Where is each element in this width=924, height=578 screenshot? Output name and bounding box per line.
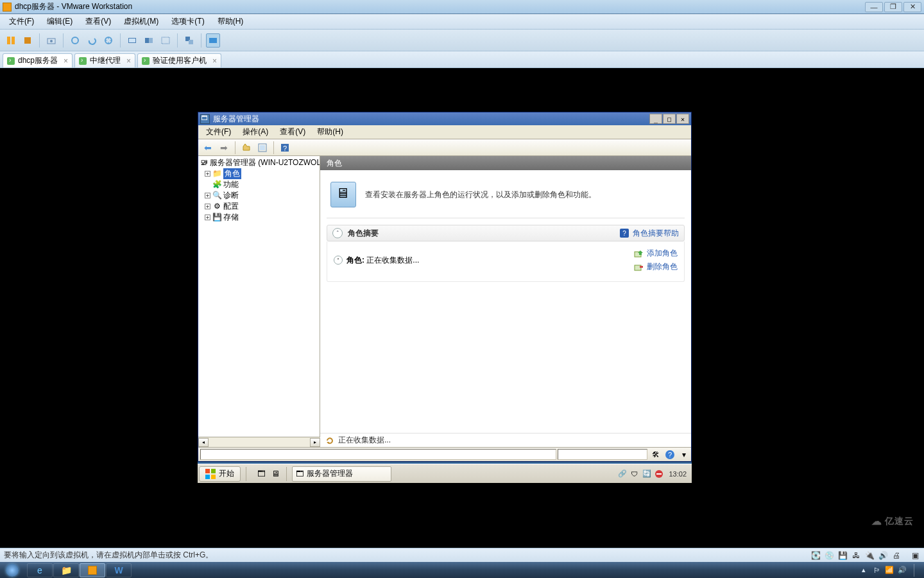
device-hdd-icon[interactable]: 💽 <box>810 550 821 561</box>
nav-back-button[interactable]: ⬅ <box>201 141 215 154</box>
quick-switch-icon[interactable] <box>206 33 220 48</box>
sm-tree[interactable]: 🖳 服务器管理器 (WIN-U2TOZWOL1H + 📁 角色 🧩 功能 <box>198 156 320 437</box>
close-button[interactable]: ✕ <box>903 2 921 12</box>
tree-features[interactable]: 🧩 功能 <box>200 179 318 190</box>
close-icon[interactable]: × <box>212 57 217 66</box>
device-network-icon[interactable]: 🖧 <box>851 550 861 561</box>
pinned-ie[interactable]: e <box>27 563 53 577</box>
snapshot-manager-icon[interactable] <box>101 33 116 48</box>
tray-update-icon[interactable]: 🔄 <box>642 469 651 478</box>
sm-menu-view[interactable]: 查看(V) <box>275 125 311 139</box>
tree-horizontal-scrollbar[interactable]: ◂ ▸ <box>198 437 320 447</box>
guest-tray: 🔗 🛡 🔄 13:02 <box>617 469 690 478</box>
vm-display-area[interactable]: 服务器管理器 _ □ ✕ 文件(F) 操作(A) 查看(V) 帮助(H) ⬅ ➡ <box>0 68 924 548</box>
device-printer-icon[interactable]: 🖨 <box>891 550 902 561</box>
vm-tab-relay[interactable]: 中继代理 × <box>74 53 135 67</box>
snapshot-take-icon[interactable] <box>68 33 82 48</box>
tree-root[interactable]: 🖳 服务器管理器 (WIN-U2TOZWOL1H <box>200 157 318 168</box>
svg-text:?: ? <box>668 451 672 459</box>
sm-close-button[interactable]: ✕ <box>676 114 689 124</box>
fullscreen-icon[interactable] <box>125 33 139 48</box>
menu-edit[interactable]: 编辑(E) <box>42 14 78 29</box>
pinned-word[interactable]: W <box>106 563 132 577</box>
help-icon: ? <box>620 229 629 238</box>
power-off-icon[interactable] <box>21 33 35 48</box>
tray-security-icon[interactable]: 🛡 <box>629 469 639 478</box>
tray-network-icon[interactable]: 📶 <box>884 565 894 575</box>
tray-action-center-icon[interactable]: 🏳 <box>871 565 882 575</box>
nav-forward-button[interactable]: ➡ <box>217 141 231 154</box>
show-desktop-icon[interactable]: 🗔 <box>255 468 267 480</box>
server-role-icon <box>330 182 356 207</box>
tree-roles[interactable]: + 📁 角色 <box>200 168 318 179</box>
power-on-icon[interactable] <box>4 33 18 48</box>
device-message-icon[interactable]: ▣ <box>910 550 920 561</box>
menu-help[interactable]: 帮助(H) <box>212 14 249 29</box>
help-button[interactable]: ? <box>278 141 292 154</box>
device-floppy-icon[interactable]: 💾 <box>837 550 848 561</box>
tray-volume-icon[interactable]: 🔊 <box>897 565 907 575</box>
library-icon[interactable] <box>182 33 196 48</box>
pinned-explorer[interactable]: 📁 <box>53 563 79 577</box>
svg-point-5 <box>72 37 78 44</box>
console-view-icon[interactable] <box>158 33 173 48</box>
sm-menu-help[interactable]: 帮助(H) <box>312 125 348 139</box>
minimize-button[interactable]: — <box>865 2 883 12</box>
pinned-vmware[interactable] <box>80 563 105 577</box>
snapshot-revert-icon[interactable] <box>85 33 99 48</box>
status-config-icon[interactable]: 🛠 <box>650 449 662 460</box>
show-desktop-button[interactable] <box>914 564 919 577</box>
tree-storage[interactable]: + 💾 存储 <box>200 212 318 223</box>
guest-clock[interactable]: 13:02 <box>669 470 687 478</box>
expand-icon[interactable]: + <box>205 204 210 209</box>
remove-role-link[interactable]: 删除角色 <box>634 261 678 272</box>
snapshot-icon[interactable] <box>44 33 58 48</box>
expand-icon[interactable]: + <box>205 215 210 220</box>
sm-maximize-button[interactable]: □ <box>663 114 676 124</box>
scroll-right-icon[interactable]: ▸ <box>310 438 320 447</box>
explorer-icon[interactable]: 🖥 <box>270 468 281 480</box>
up-level-button[interactable] <box>239 141 253 154</box>
status-dropdown-icon[interactable]: ▾ <box>678 449 690 460</box>
summary-help-link: ? 角色摘要帮助 <box>620 228 679 239</box>
tray-network-icon[interactable]: 🔗 <box>617 469 627 478</box>
roles-summary-bar[interactable]: ˄ 角色摘要 ? 角色摘要帮助 <box>327 225 685 241</box>
status-help-icon[interactable]: ? <box>664 449 676 460</box>
start-button[interactable]: 开始 <box>199 466 241 482</box>
host-start-button[interactable] <box>0 562 24 578</box>
server-manager-window: 服务器管理器 _ □ ✕ 文件(F) 操作(A) 查看(V) 帮助(H) ⬅ ➡ <box>198 112 692 462</box>
maximize-button[interactable]: ❐ <box>884 2 902 12</box>
caret-icon[interactable]: ˄ <box>334 256 343 265</box>
expand-icon[interactable]: + <box>205 171 210 177</box>
refresh-button[interactable] <box>255 141 270 154</box>
sm-menu-action[interactable]: 操作(A) <box>237 125 273 139</box>
device-usb-icon[interactable]: 🔌 <box>864 550 875 561</box>
menu-vm[interactable]: 虚拟机(M) <box>119 14 164 29</box>
collapse-icon[interactable]: ˄ <box>332 228 343 238</box>
tray-alert-icon[interactable] <box>654 469 663 478</box>
tray-expand-icon[interactable]: ▴ <box>859 565 869 575</box>
menu-file[interactable]: 文件(F) <box>4 14 39 29</box>
expand-icon[interactable]: + <box>205 193 210 198</box>
scroll-left-icon[interactable]: ◂ <box>198 438 209 447</box>
device-cd-icon[interactable]: 💿 <box>824 550 834 561</box>
sm-menu-file[interactable]: 文件(F) <box>201 125 236 139</box>
add-role-link[interactable]: 添加角色 <box>634 248 678 259</box>
device-sound-icon[interactable]: 🔊 <box>878 550 888 561</box>
menu-view[interactable]: 查看(V) <box>80 14 116 29</box>
taskbar-task-server-manager[interactable]: 🗔 服务器管理器 <box>292 466 391 482</box>
sm-minimize-button[interactable]: _ <box>649 114 662 124</box>
tree-diagnostics[interactable]: + 🔍 诊断 <box>200 190 318 201</box>
guest-desktop[interactable]: 服务器管理器 _ □ ✕ 文件(F) 操作(A) 查看(V) 帮助(H) ⬅ ➡ <box>198 112 692 483</box>
vm-tab-dhcp[interactable]: dhcp服务器 × <box>3 53 73 67</box>
tree-config[interactable]: + ⚙ 配置 <box>200 201 318 212</box>
unity-icon[interactable] <box>142 33 156 48</box>
close-icon[interactable]: × <box>126 57 131 66</box>
sm-titlebar[interactable]: 服务器管理器 _ □ ✕ <box>198 112 691 125</box>
svg-rect-2 <box>24 37 31 44</box>
close-icon[interactable]: × <box>64 57 68 66</box>
menu-tabs[interactable]: 选项卡(T) <box>166 14 209 29</box>
scroll-track[interactable] <box>209 438 310 447</box>
vm-tab-client[interactable]: 验证使用客户机 × <box>137 53 221 67</box>
roles-summary-help[interactable]: 角色摘要帮助 <box>633 228 679 239</box>
